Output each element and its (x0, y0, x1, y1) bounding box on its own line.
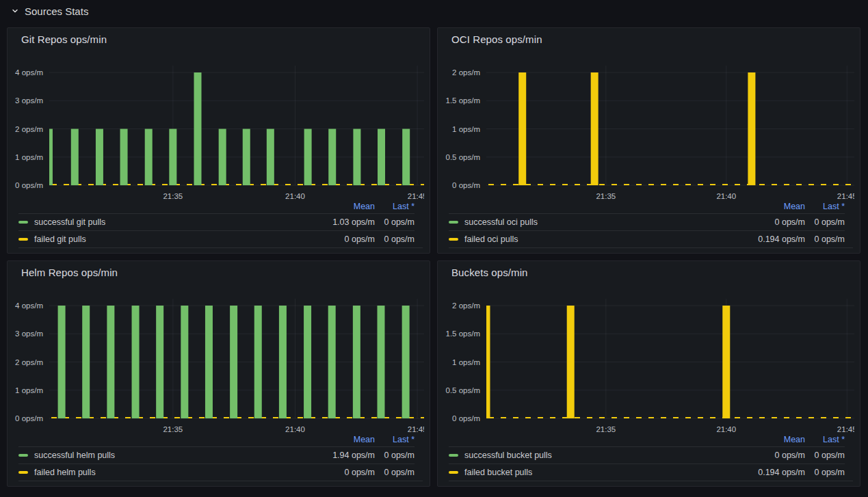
bar-successful-helm-pulls-21:39.5 (279, 306, 287, 418)
bar-successful-git-pulls-21:36 (194, 72, 202, 185)
series-last-value: 0 ops/m (805, 468, 845, 477)
series-color-swatch-green (18, 454, 28, 457)
y-tick-label: 1 ops/m (15, 153, 43, 161)
bar-successful-git-pulls-21:38 (243, 129, 250, 186)
series-mean-value: 0.194 ops/m (723, 468, 805, 477)
legend-row: successful helm pulls1.94 ops/m0 ops/m (18, 446, 415, 464)
y-tick-label: 0 ops/m (452, 414, 480, 422)
legend-sort-last[interactable]: Last * (805, 202, 845, 211)
section-title: Sources Stats (25, 5, 88, 17)
panel-git-repos: Git Repos ops/min0 ops/m1 ops/m2 ops/m3 … (7, 27, 430, 254)
y-tick-label: 1.5 ops/m (446, 96, 481, 105)
bar-failed-bucket-pulls-21:30 (483, 306, 490, 418)
series-label: successful git pulls (34, 217, 105, 227)
series-mean-value: 0 ops/m (293, 234, 375, 244)
y-tick-label: 1 ops/m (452, 358, 480, 366)
series-color-swatch-green (449, 454, 458, 457)
panel-buckets: Buckets ops/min0 ops/m0.5 ops/m1 ops/m1.… (437, 260, 860, 487)
legend-sort-last[interactable]: Last * (375, 202, 415, 211)
bar-successful-helm-pulls-21:42.5 (353, 306, 360, 418)
series-label: successful bucket pulls (464, 451, 552, 460)
y-tick-label: 4 ops/m (15, 68, 43, 77)
series-last-value: 0 ops/m (805, 234, 845, 244)
y-tick-label: 2 ops/m (452, 301, 480, 310)
bar-failed-oci-pulls-21:31.5 (518, 72, 526, 185)
y-tick-label: 4 ops/m (15, 301, 43, 310)
bar-successful-git-pulls-21:32 (96, 129, 103, 186)
bar-successful-git-pulls-21:41.5 (328, 129, 336, 186)
y-tick-label: 0.5 ops/m (446, 386, 481, 394)
y-tick-label: 2 ops/m (15, 125, 43, 133)
bar-failed-bucket-pulls-21:40 (722, 306, 730, 418)
legend-series-toggle[interactable]: successful helm pulls (18, 451, 293, 460)
bar-successful-git-pulls-21:44.5 (402, 129, 410, 186)
legend-sort-mean[interactable]: Mean (723, 202, 805, 211)
legend-row: failed bucket pulls0.194 ops/m0 ops/m (449, 464, 845, 481)
bar-successful-helm-pulls-21:31.5 (82, 306, 90, 418)
series-last-value: 0 ops/m (375, 234, 415, 244)
bar-successful-git-pulls-21:30 (45, 129, 53, 186)
bar-chart-git-repos[interactable]: 0 ops/m1 ops/m2 ops/m3 ops/m4 ops/m21:35… (8, 55, 424, 202)
series-mean-value: 1.03 ops/m (293, 217, 375, 227)
bar-successful-git-pulls-21:35 (169, 129, 176, 186)
bar-successful-helm-pulls-21:44.5 (402, 306, 410, 418)
series-color-swatch-yellow (449, 471, 458, 474)
series-mean-value: 0 ops/m (293, 468, 375, 477)
legend-row: successful git pulls1.03 ops/m0 ops/m (18, 213, 415, 230)
panel-title[interactable]: OCI Repos ops/min (451, 33, 542, 45)
legend-series-toggle[interactable]: failed git pulls (18, 234, 293, 244)
bar-successful-helm-pulls-21:36.5 (205, 306, 213, 418)
y-tick-label: 2 ops/m (452, 68, 480, 77)
legend: MeanLast *successful bucket pulls0 ops/m… (449, 432, 853, 481)
y-tick-label: 3 ops/m (15, 330, 43, 338)
series-last-value: 0 ops/m (805, 451, 845, 460)
bar-successful-helm-pulls-21:33.5 (132, 306, 140, 418)
y-tick-label: 1 ops/m (15, 386, 43, 394)
bar-failed-bucket-pulls-21:33.5 (567, 306, 575, 418)
bar-chart-oci-repos[interactable]: 0 ops/m0.5 ops/m1 ops/m1.5 ops/m2 ops/m2… (438, 55, 854, 202)
bar-failed-oci-pulls-21:41 (748, 72, 755, 185)
section-header-sources-stats[interactable]: Sources Stats (0, 0, 868, 22)
y-tick-label: 0 ops/m (452, 181, 480, 189)
bar-successful-git-pulls-21:42.5 (353, 129, 360, 186)
legend-sort-mean[interactable]: Mean (293, 202, 375, 211)
series-color-swatch-yellow (18, 471, 28, 474)
series-color-swatch-yellow (449, 238, 458, 241)
bar-successful-helm-pulls-21:34.5 (156, 306, 163, 418)
legend-series-toggle[interactable]: failed oci pulls (449, 234, 723, 244)
panel-title[interactable]: Git Repos ops/min (21, 33, 107, 45)
series-label: failed helm pulls (34, 468, 96, 477)
legend-series-toggle[interactable]: successful git pulls (18, 217, 293, 227)
legend-series-toggle[interactable]: failed bucket pulls (449, 468, 723, 477)
legend: MeanLast *successful helm pulls1.94 ops/… (18, 432, 423, 481)
legend-sort-last[interactable]: Last * (375, 435, 415, 444)
series-last-value: 0 ops/m (375, 468, 415, 477)
bar-successful-helm-pulls-21:43.5 (377, 306, 384, 418)
legend-row: failed helm pulls0 ops/m0 ops/m (18, 464, 415, 481)
panel-oci-repos: OCI Repos ops/min0 ops/m0.5 ops/m1 ops/m… (437, 27, 860, 254)
bar-chart-buckets[interactable]: 0 ops/m0.5 ops/m1 ops/m1.5 ops/m2 ops/m2… (438, 288, 854, 435)
chevron-down-icon[interactable] (11, 7, 19, 15)
panel-title[interactable]: Buckets ops/min (451, 267, 528, 278)
series-mean-value: 0 ops/m (723, 451, 805, 460)
bar-successful-helm-pulls-21:30.5 (58, 306, 66, 418)
legend-sort-last[interactable]: Last * (805, 435, 845, 444)
legend-sort-mean[interactable]: Mean (293, 435, 375, 444)
panel-helm-repos: Helm Repos ops/min0 ops/m1 ops/m2 ops/m3… (7, 260, 430, 487)
bar-failed-oci-pulls-21:34.5 (591, 72, 599, 185)
y-tick-label: 1.5 ops/m (446, 330, 481, 338)
bar-chart-helm-repos[interactable]: 0 ops/m1 ops/m2 ops/m3 ops/m4 ops/m21:35… (8, 288, 424, 435)
series-mean-value: 1.94 ops/m (293, 451, 375, 460)
legend-series-toggle[interactable]: successful bucket pulls (449, 451, 723, 460)
series-label: successful oci pulls (464, 217, 538, 227)
bar-successful-helm-pulls-21:38.5 (254, 306, 262, 418)
legend-series-toggle[interactable]: successful oci pulls (449, 217, 723, 227)
legend-sort-mean[interactable]: Mean (723, 435, 805, 444)
series-color-swatch-green (449, 221, 458, 224)
series-last-value: 0 ops/m (805, 217, 845, 227)
series-label: successful helm pulls (34, 451, 115, 460)
bar-successful-helm-pulls-21:37.5 (230, 306, 237, 418)
legend-series-toggle[interactable]: failed helm pulls (18, 468, 293, 477)
legend: MeanLast *successful oci pulls0 ops/m0 o… (449, 199, 853, 248)
panel-title[interactable]: Helm Repos ops/min (21, 267, 118, 278)
